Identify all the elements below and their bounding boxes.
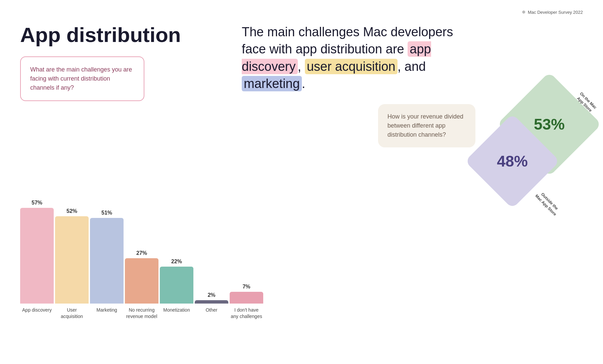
bar-group-2: 51%	[90, 210, 124, 304]
bar-group-6: 7%	[230, 284, 263, 304]
bar-rect-2	[90, 218, 124, 304]
question-text: What are the main challenges you are fac…	[30, 66, 132, 91]
bar-label-4: Monetization	[160, 307, 193, 320]
page: ❄ Mac Developer Survey 2022 App distribu…	[0, 0, 603, 364]
bar-percent-0: 57%	[32, 200, 42, 206]
headline-connector: , and	[398, 59, 426, 74]
bar-label-2: Marketing	[90, 307, 124, 320]
bar-rect-4	[160, 267, 193, 304]
bar-label-3: No recurring revenue model	[125, 307, 158, 320]
bar-group-5: 2%	[195, 292, 228, 304]
brand-text: Mac Developer Survey 2022	[528, 10, 583, 15]
bar-rect-0	[20, 208, 54, 304]
bar-percent-1: 52%	[66, 208, 77, 214]
question-box: What are the main challenges you are fac…	[20, 56, 144, 101]
bar-percent-2: 51%	[101, 210, 112, 216]
bar-group-1: 52%	[55, 208, 89, 304]
bar-group-0: 57%	[20, 200, 54, 304]
diamonds-container: 53% On the Mac App Store 48% Outside the…	[438, 87, 593, 228]
headline-middle: ,	[298, 59, 305, 74]
bar-label-6: I don't have any challenges	[230, 307, 263, 320]
bar-rect-5	[195, 300, 228, 304]
highlight-marketing: marketing	[242, 76, 302, 91]
bar-rect-1	[55, 216, 89, 304]
bar-label-0: App discovery	[20, 307, 54, 320]
headline-suffix: .	[302, 77, 306, 91]
bar-label-5: Other	[195, 307, 228, 320]
bar-label-1: User acquisition	[55, 307, 89, 320]
bar-percent-5: 2%	[207, 292, 215, 298]
caption-outside-mac: Outside the Mac App Store	[533, 189, 562, 218]
page-title: App distribution	[20, 24, 181, 46]
bar-group-3: 27%	[125, 250, 158, 304]
bar-group-4: 22%	[160, 259, 193, 304]
headline: The main challenges Mac developers face …	[242, 24, 470, 92]
bar-rect-3	[125, 258, 158, 304]
bar-percent-6: 7%	[242, 284, 250, 290]
highlight-user-acquisition: user acquisition	[305, 59, 398, 74]
brand-icon: ❄	[522, 9, 526, 15]
bar-percent-3: 27%	[136, 250, 147, 256]
bar-rect-6	[230, 292, 263, 304]
branding: ❄ Mac Developer Survey 2022	[522, 9, 583, 15]
bar-percent-4: 22%	[171, 259, 182, 265]
bar-chart: 57%52%51%27%22%2%7% App discoveryUser ac…	[20, 196, 295, 337]
